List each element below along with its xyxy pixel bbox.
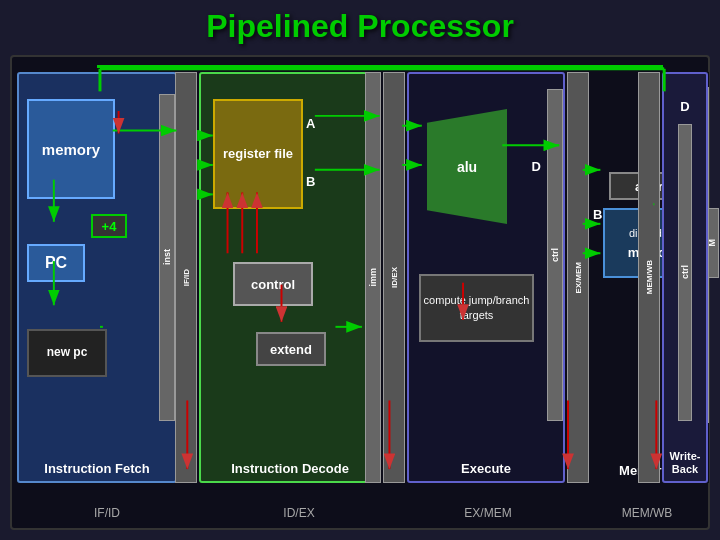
plus4-block: +4	[91, 214, 127, 238]
b-label: B	[306, 174, 315, 189]
memwb-pipeline-reg: MEM/WB	[638, 72, 660, 483]
idex-pipeline-reg: ID/EX	[383, 72, 405, 483]
new-pc-block: new pc	[27, 329, 107, 377]
d-label-wb: D	[680, 99, 689, 114]
ex-mem-stage: alu compute jump/branch targets D ctrl E…	[407, 72, 565, 483]
a-label: A	[306, 116, 315, 131]
memwb-bottom-label: MEM/WB	[572, 506, 720, 520]
exmem-reg-label: EX/MEM	[574, 262, 583, 294]
if-id-label: Instruction Fetch	[19, 461, 175, 476]
ctrl-wb-text: ctrl	[680, 265, 690, 279]
ex-mem-stage-label: Execute	[409, 461, 563, 476]
memwb-reg-label: MEM/WB	[645, 260, 654, 294]
pc-block: PC	[27, 244, 85, 282]
ifid-reg-label: IF/ID	[182, 269, 191, 286]
inst-label-box: inst	[159, 94, 175, 421]
idex-bottom-label: ID/EX	[199, 506, 399, 520]
write-back-stage: D ctrl Write- Back	[662, 72, 708, 483]
compute-block: compute jump/branch targets	[419, 274, 534, 342]
ifid-pipeline-reg: IF/ID	[175, 72, 197, 483]
b-label-mem: B	[593, 207, 602, 222]
control-block: control	[233, 262, 313, 306]
if-id-stage: memory +4 PC new pc inst Instruction Fet…	[17, 72, 177, 483]
ctrl-label-ex: ctrl	[547, 89, 563, 421]
top-loop-wire	[97, 65, 663, 68]
ctrl-label-wb: ctrl	[678, 124, 692, 421]
write-back-label: Write- Back	[664, 450, 706, 476]
exmem-pipeline-reg: EX/MEM	[567, 72, 589, 483]
d-label-ex: D	[532, 159, 541, 174]
inst-label: inst	[162, 249, 172, 265]
imm-label-box: imm	[365, 72, 381, 483]
id-ex-stage: register file A B control extend Instruc…	[199, 72, 381, 483]
id-ex-stage-label: Instruction Decode	[201, 461, 379, 476]
exmem-bottom-label: EX/MEM	[407, 506, 569, 520]
register-file-block: register file	[213, 99, 303, 209]
title: Pipelined Processor	[0, 8, 720, 45]
ctrl-ex-text: ctrl	[550, 248, 560, 262]
extend-block: extend	[256, 332, 326, 366]
idex-reg-label: ID/EX	[390, 267, 399, 288]
memory-block: memory	[27, 99, 115, 199]
imm-label: imm	[368, 268, 378, 287]
main-area: memory +4 PC new pc inst Instruction Fet…	[10, 55, 710, 530]
ifid-bottom-label: IF/ID	[17, 506, 197, 520]
alu-block: alu	[427, 109, 507, 224]
